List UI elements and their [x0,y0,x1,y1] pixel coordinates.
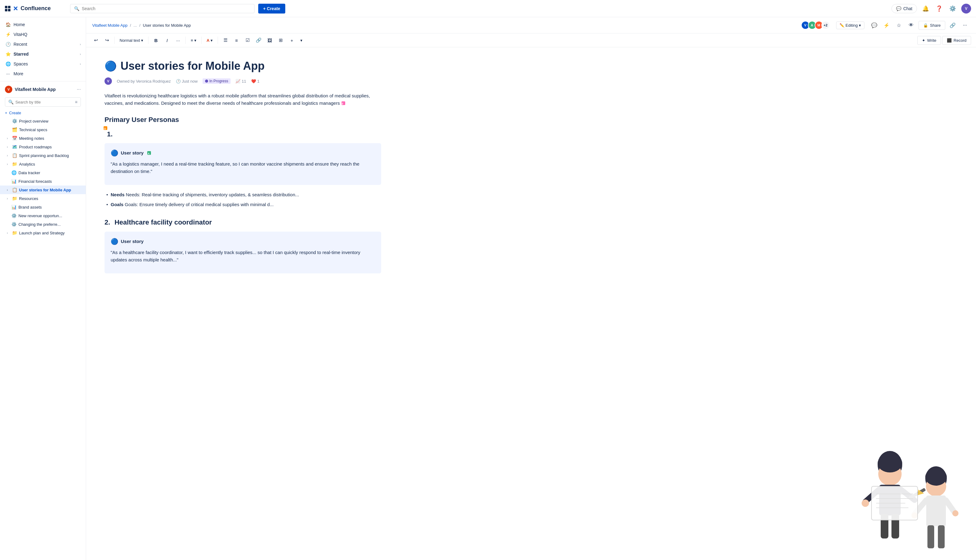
space-more-button[interactable]: ··· [77,87,81,92]
sidebar-item-vitahq[interactable]: ⚡ VitaHQ [0,30,86,39]
svg-line-5 [901,489,914,500]
chat-button[interactable]: 💬 Chat [891,4,917,13]
page-item-launch-plan[interactable]: › 📁 Launch plan and Strategy [0,228,86,237]
page-label-data-tracker: Data tracker [18,170,40,175]
page-item-user-stories[interactable]: › 📋 User stories for Mobile App [0,185,86,194]
global-search-bar[interactable]: 🔍 [70,4,254,13]
sidebar-item-more-label: More [13,71,23,76]
page-item-project-overview[interactable]: ⚙️ Project overview [0,117,86,125]
expand-arrow-icon: › [5,162,10,167]
bold-button[interactable]: B [151,35,161,45]
views-count: 📈 11 [236,79,246,83]
more-format-button[interactable]: ··· [173,35,183,45]
link-button[interactable]: 🔗 [948,20,958,30]
numbered-list-button[interactable]: ≡ [231,35,241,45]
status-badge[interactable]: In Progress [202,78,231,84]
create-page-button[interactable]: + Create [0,109,86,117]
svg-line-16 [946,500,954,512]
svg-point-0 [877,451,902,478]
sidebar-divider [0,81,86,82]
app-logo[interactable]: ✕ Confluence [5,5,67,12]
filter-icon: ≡ [75,100,77,105]
notifications-button[interactable]: 🔔 [921,4,931,13]
text-color-dropdown[interactable]: A ▾ [204,37,215,44]
create-button[interactable]: + Create [258,4,285,13]
task-list-button[interactable]: ☑ [242,35,252,45]
star-button[interactable]: ☆ [894,20,904,30]
user-avatar[interactable]: V [961,4,971,13]
persona1-story-text: "As a logistics manager, I need a real-t… [111,160,375,175]
insert-button[interactable]: + [287,35,297,45]
illustration [829,437,976,560]
bullet-list-button[interactable]: ☰ [221,35,230,45]
svg-point-17 [911,512,918,518]
sidebar-item-spaces[interactable]: 🌐 Spaces › [0,59,86,69]
breadcrumb-vitafleet[interactable]: Vitafleet Mobile App [92,23,127,28]
write-button[interactable]: ✦ Write [917,36,941,45]
undo-button[interactable]: ↩ [91,35,101,45]
redo-button[interactable]: ↪ [102,35,112,45]
page-item-resources[interactable]: › 📁 Resources [0,194,86,203]
page-item-financial-forecasts[interactable]: 📊 Financial forecasts [0,177,86,185]
collab-plus-badge[interactable]: +2 [821,21,830,30]
help-button[interactable]: ❓ [934,4,944,13]
page-item-new-revenue[interactable]: ⚙️ New revenue opportun... [0,211,86,220]
page-item-technical-specs[interactable]: 🗂️ Technical specs [0,125,86,134]
sidebar-item-recent[interactable]: 🕐 Recent › [0,39,86,49]
share-button[interactable]: 🔒 Share [919,21,945,30]
sidebar-search[interactable]: 🔍 ≡ [5,97,81,107]
page-item-data-tracker[interactable]: 🌐 Data tracker [0,168,86,177]
insert-more-dropdown[interactable]: ▾ [298,37,305,44]
starred-chevron-icon: › [80,53,81,56]
svg-point-13 [925,468,947,486]
text-style-dropdown[interactable]: Normal text ▾ [117,37,146,44]
italic-button[interactable]: I [162,35,172,45]
expand-arrow-icon [5,118,10,123]
svg-line-4 [865,489,879,502]
editing-button[interactable]: ✏️ Editing ▾ [836,22,865,29]
svg-point-11 [925,466,947,491]
lightning-button[interactable]: ⚡ [882,20,891,30]
intro-paragraph: Vitafleet is revolutionizing healthcare … [105,92,381,107]
document-meta: V Owned by Veronica Rodriquez 🕐 Just now… [105,77,958,85]
page-item-brand-assets[interactable]: 📊 Brand assets [0,203,86,211]
page-item-meeting-notes[interactable]: › 📅 Meeting notes [0,134,86,143]
comment-button[interactable]: 💬 [869,20,879,30]
recent-chevron-icon: › [80,43,81,46]
sidebar-item-starred[interactable]: ⭐ Starred › [0,49,86,59]
breadcrumb-ellipsis[interactable]: ... [134,23,137,28]
page-label-product-roadmaps: Product roadmaps [19,145,52,149]
grid-icon [5,6,10,12]
record-icon: ⬛ [947,38,952,43]
owner-name: Owned by Veronica Rodriquez [117,79,171,83]
page-label-brand-assets: Brand assets [18,205,42,210]
user-cursor-green: A [147,151,151,155]
link-format-button[interactable]: 🔗 [254,35,264,45]
sidebar-item-home[interactable]: 🏠 Home [0,20,86,30]
page-item-product-roadmaps[interactable]: › 🗺️ Product roadmaps [0,143,86,151]
image-button[interactable]: 🖼 [265,35,274,45]
watch-button[interactable]: 👁 [906,20,916,30]
persona1-details-list: Needs Needs: Real-time tracking of shipm… [105,190,381,210]
page-item-changing-prefer[interactable]: ⚙️ Changing the preferre... [0,220,86,228]
page-item-analytics[interactable]: › 📁 Analytics [0,160,86,168]
project-overview-icon: ⚙️ [12,118,17,124]
svg-point-1 [878,462,902,486]
sidebar-item-more[interactable]: ··· More [0,69,86,78]
confluence-x-icon: ✕ [13,5,18,12]
persona2-story-box: 🔵 User story "As a healthcare facility c… [105,232,381,273]
page-item-sprint-planning[interactable]: › 📋 Sprint planning and Backlog [0,151,86,160]
table-button[interactable]: ⊞ [276,35,286,45]
sidebar-search-input[interactable] [15,100,73,105]
align-dropdown[interactable]: ≡ ▾ [188,37,199,44]
page-label-launch-plan: Launch plan and Strategy [19,231,65,235]
page-label-sprint-planning: Sprint planning and Backlog [19,153,69,158]
settings-button[interactable]: ⚙️ [948,4,958,13]
svg-point-2 [877,454,902,472]
record-button[interactable]: ⬛ Record [942,36,971,45]
search-input[interactable] [82,6,251,11]
status-dot [205,80,208,83]
persona2-story-header: 🔵 User story [111,237,375,247]
new-revenue-icon: ⚙️ [11,213,17,218]
more-actions-button[interactable]: ··· [960,20,970,30]
